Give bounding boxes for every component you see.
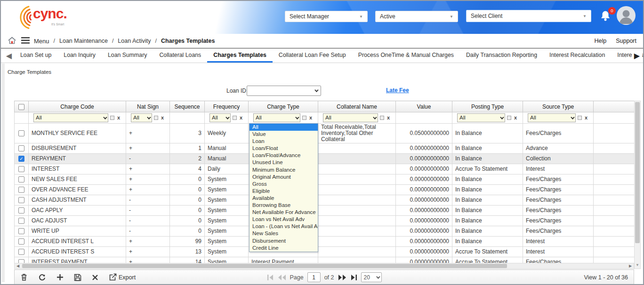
user-avatar[interactable] bbox=[617, 6, 636, 25]
scroll-right-icon[interactable]: ▶ bbox=[627, 264, 634, 268]
breadcrumb-item[interactable]: Loan Maintenance bbox=[59, 38, 108, 44]
row-checkbox[interactable] bbox=[18, 166, 24, 172]
cancel-button[interactable] bbox=[92, 274, 98, 281]
column-header-posting-type[interactable]: Posting Type bbox=[452, 101, 523, 112]
home-icon[interactable] bbox=[8, 36, 16, 46]
tab-collateral-loan-fee-setup[interactable]: Collateral Loan Fee Setup bbox=[273, 48, 352, 63]
hamburger-menu-icon[interactable] bbox=[21, 37, 30, 45]
breadcrumb-item[interactable]: Charges Templates bbox=[161, 38, 215, 44]
scroll-left-icon[interactable]: ◀ bbox=[15, 264, 21, 268]
horizontal-scrollbar[interactable]: ◀ ▶ bbox=[14, 263, 634, 269]
clear-filter-button[interactable]: x bbox=[584, 115, 588, 121]
filter-options-icon[interactable] bbox=[110, 116, 114, 120]
row-checkbox[interactable] bbox=[18, 176, 24, 182]
status-dropdown[interactable]: Active ▼ bbox=[375, 11, 458, 22]
dropdown-option[interactable]: Disbursement bbox=[250, 238, 318, 245]
save-button[interactable] bbox=[74, 274, 81, 281]
menu-label[interactable]: Menu bbox=[34, 38, 49, 45]
add-button[interactable] bbox=[56, 274, 64, 281]
dropdown-option[interactable]: Loan/Float bbox=[250, 145, 318, 152]
row-checkbox[interactable]: ✓ bbox=[18, 156, 24, 162]
clear-filter-button[interactable]: x bbox=[160, 115, 165, 121]
filter-options-icon[interactable] bbox=[578, 116, 582, 120]
tab-daily-transaction-reporting[interactable]: Daily Transaction Reporting bbox=[460, 48, 543, 63]
dropdown-option[interactable]: Net Available For Advance bbox=[250, 209, 318, 216]
filter-dropdown-charge-code[interactable]: All bbox=[33, 113, 108, 122]
filter-dropdown-charge-type[interactable]: All bbox=[253, 113, 300, 122]
tab-interest-recalculation[interactable]: Interest Recalculation bbox=[543, 48, 611, 63]
row-checkbox[interactable] bbox=[18, 145, 24, 151]
row-checkbox[interactable] bbox=[18, 238, 24, 245]
row-checkbox[interactable] bbox=[18, 228, 24, 234]
select-manager-dropdown[interactable]: Select Manager ▼ bbox=[285, 11, 368, 22]
help-link[interactable]: Help bbox=[595, 38, 607, 44]
cync-logo[interactable]: cync. It's Smart bbox=[14, 5, 75, 30]
dropdown-option[interactable]: Borrowing Base bbox=[250, 202, 318, 209]
refresh-button[interactable] bbox=[38, 273, 46, 281]
filter-dropdown-collateral-name[interactable]: All bbox=[323, 113, 378, 122]
notifications-bell[interactable]: 0 bbox=[600, 10, 612, 22]
select-all-checkbox[interactable] bbox=[18, 104, 24, 110]
dropdown-option[interactable]: Loan bbox=[250, 138, 318, 145]
dropdown-option[interactable]: Eligible bbox=[250, 188, 318, 195]
dropdown-option[interactable]: Unused Line bbox=[250, 159, 318, 166]
page-number-input[interactable] bbox=[307, 272, 321, 282]
dropdown-option[interactable]: Value bbox=[250, 131, 318, 138]
column-header-value[interactable]: Value bbox=[396, 101, 452, 112]
delete-button[interactable] bbox=[20, 273, 28, 281]
filter-dropdown-frequency[interactable]: All bbox=[209, 113, 231, 122]
page-size-dropdown[interactable]: 20 bbox=[361, 272, 382, 282]
dropdown-option[interactable]: Loan/Float/Advance bbox=[250, 152, 318, 159]
row-checkbox[interactable] bbox=[18, 187, 24, 193]
tab-loan-inquiry[interactable]: Loan Inquiry bbox=[57, 48, 102, 63]
filter-options-icon[interactable] bbox=[302, 116, 306, 120]
breadcrumb-item[interactable]: Loan Activity bbox=[118, 38, 151, 44]
row-checkbox[interactable] bbox=[18, 218, 24, 224]
tab-charges-templates[interactable]: Charges Templates bbox=[207, 48, 273, 63]
column-header-nat-sign[interactable]: Nat Sign bbox=[126, 101, 170, 112]
row-checkbox[interactable] bbox=[18, 197, 24, 203]
horizontal-scrollbar-thumb[interactable] bbox=[22, 264, 507, 268]
clear-filter-button[interactable]: x bbox=[308, 115, 313, 121]
filter-options-icon[interactable] bbox=[154, 116, 158, 120]
column-header-charge-type[interactable]: Charge Type bbox=[249, 101, 318, 112]
first-page-button[interactable] bbox=[266, 275, 274, 280]
filter-options-icon[interactable] bbox=[507, 116, 511, 120]
clear-filter-button[interactable]: x bbox=[116, 115, 121, 121]
dropdown-option[interactable]: All bbox=[250, 124, 318, 131]
clear-filter-button[interactable]: x bbox=[239, 115, 243, 121]
dropdown-option[interactable]: Gross bbox=[250, 181, 318, 188]
vertical-scrollbar-thumb[interactable] bbox=[635, 102, 640, 243]
tab-loan-set-up[interactable]: Loan Set up bbox=[14, 48, 57, 63]
export-button[interactable]: Export bbox=[109, 273, 136, 281]
previous-page-button[interactable] bbox=[277, 275, 286, 280]
filter-options-icon[interactable] bbox=[380, 116, 384, 120]
row-checkbox[interactable] bbox=[18, 207, 24, 214]
row-checkbox[interactable] bbox=[18, 249, 24, 255]
column-header-charge-code[interactable]: Charge Code bbox=[29, 101, 126, 112]
filter-dropdown-posting-type[interactable]: All bbox=[457, 113, 505, 122]
row-checkbox[interactable] bbox=[18, 130, 24, 136]
dropdown-option[interactable]: Available bbox=[250, 195, 318, 202]
dropdown-option[interactable]: Original Amount bbox=[250, 174, 318, 181]
support-link[interactable]: Support bbox=[616, 38, 636, 44]
clear-filter-button[interactable]: x bbox=[513, 115, 518, 121]
dropdown-option[interactable]: Loan - (Loan vs Net Avail Adv) bbox=[250, 223, 318, 230]
tab-collateral-loans[interactable]: Collateral Loans bbox=[153, 48, 207, 63]
column-header-sequence[interactable]: Sequence bbox=[170, 101, 205, 112]
dropdown-option[interactable]: Loan vs Net Avail Adv bbox=[250, 216, 318, 223]
vertical-scrollbar[interactable]: ▼ bbox=[634, 101, 641, 269]
tabs-scroll-right-icon[interactable]: ▶ bbox=[632, 48, 642, 63]
filter-dropdown-nat-sign[interactable]: All bbox=[131, 113, 152, 122]
late-fee-link[interactable]: Late Fee bbox=[386, 87, 409, 94]
column-header-frequency[interactable]: Frequency bbox=[205, 101, 249, 112]
loan-id-dropdown[interactable] bbox=[247, 86, 321, 96]
last-page-button[interactable] bbox=[350, 275, 357, 280]
tab-process-onetime-manual-charges[interactable]: Process OneTime & Manual Charges bbox=[352, 48, 460, 63]
dropdown-option[interactable]: New Sales bbox=[250, 230, 318, 237]
dropdown-option[interactable]: Minimum Balance bbox=[250, 166, 318, 174]
select-client-dropdown[interactable]: Select Client ▼ bbox=[466, 10, 591, 22]
scroll-down-icon[interactable]: ▼ bbox=[635, 263, 640, 267]
tabs-scroll-left-icon[interactable]: ◀ bbox=[4, 48, 14, 63]
dropdown-option[interactable]: Credit Line bbox=[250, 245, 318, 252]
